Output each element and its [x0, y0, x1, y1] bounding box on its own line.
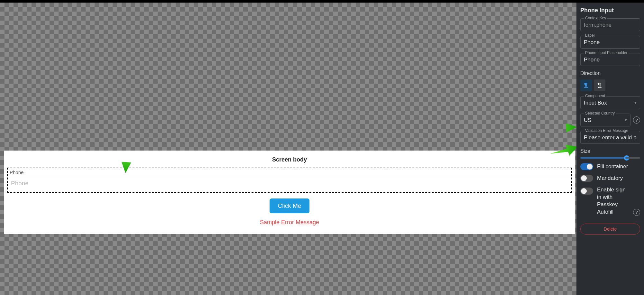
component-select-label: Component — [584, 94, 606, 98]
passkey-label: Enable sign in with Passkey Autofill — [597, 186, 630, 216]
mandatory-label: Mandatory — [597, 175, 623, 181]
placeholder-field[interactable]: Phone Input Placeholder — [580, 53, 640, 66]
pilcrow-ltr-icon — [583, 82, 589, 88]
chevron-down-icon: ▼ — [634, 101, 637, 105]
selected-country-label: Selected Country — [584, 111, 616, 115]
click-me-button[interactable]: Click Me — [270, 198, 310, 213]
component-select-value: Input Box — [581, 97, 610, 109]
app-root: Screen body Phone Click Me Sample Error … — [0, 0, 644, 295]
design-canvas[interactable]: Screen body Phone Click Me Sample Error … — [0, 3, 576, 295]
selected-country-select[interactable]: Selected Country US ▼ — [580, 114, 630, 126]
passkey-toggle[interactable] — [580, 188, 593, 195]
help-icon[interactable]: ? — [633, 209, 640, 216]
screen-body-title: Screen body — [4, 156, 575, 168]
fill-container-toggle[interactable] — [580, 163, 593, 170]
direction-label: Direction — [580, 70, 640, 76]
button-row: Click Me — [4, 193, 575, 213]
validation-error-field[interactable]: Validation Error Message — [580, 131, 640, 144]
phone-field-label: Phone — [8, 168, 571, 175]
phone-field-preview[interactable]: Phone — [7, 168, 572, 193]
validation-error-input[interactable] — [581, 131, 640, 143]
screen-body-preview: Screen body Phone Click Me Sample Error … — [4, 151, 575, 234]
phone-input[interactable] — [8, 175, 571, 192]
size-label: Size — [580, 148, 640, 154]
validation-error-label: Validation Error Message — [584, 128, 630, 133]
panel-title: Phone Input — [580, 7, 640, 14]
placeholder-field-label: Phone Input Placeholder — [584, 51, 629, 55]
selected-country-value: US — [581, 114, 595, 126]
mandatory-toggle[interactable] — [580, 175, 593, 182]
properties-panel: Phone Input Context Key Label Phone Inpu… — [576, 3, 644, 295]
pilcrow-rtl-icon — [596, 82, 603, 88]
direction-ltr-button[interactable] — [580, 79, 592, 91]
context-key-label: Context Key — [584, 16, 607, 20]
mandatory-row: Mandatory — [580, 175, 640, 182]
delete-button[interactable]: Delete — [580, 224, 640, 235]
fill-container-label: Fill container — [597, 163, 628, 170]
context-key-field[interactable]: Context Key — [580, 18, 640, 31]
sample-error-message: Sample Error Message — [260, 219, 319, 226]
error-row: Sample Error Message — [4, 213, 575, 226]
size-slider-thumb[interactable] — [624, 155, 629, 161]
placeholder-field-input[interactable] — [581, 53, 640, 66]
component-select[interactable]: Component Input Box ▼ — [580, 96, 640, 109]
help-icon[interactable]: ? — [633, 116, 640, 124]
fill-container-row: Fill container — [580, 163, 640, 170]
size-slider[interactable] — [580, 157, 640, 159]
context-key-input[interactable] — [581, 19, 640, 31]
passkey-row: Enable sign in with Passkey Autofill ? — [580, 186, 640, 216]
direction-buttons — [580, 79, 640, 91]
size-slider-track — [580, 157, 640, 159]
annotation-arrow-right-1-icon — [548, 122, 577, 134]
label-field[interactable]: Label — [580, 36, 640, 49]
chevron-down-icon: ▼ — [624, 118, 628, 122]
window-top-strip — [0, 0, 644, 3]
label-field-label: Label — [584, 33, 596, 38]
direction-rtl-button[interactable] — [594, 79, 605, 91]
label-field-input[interactable] — [581, 36, 640, 48]
